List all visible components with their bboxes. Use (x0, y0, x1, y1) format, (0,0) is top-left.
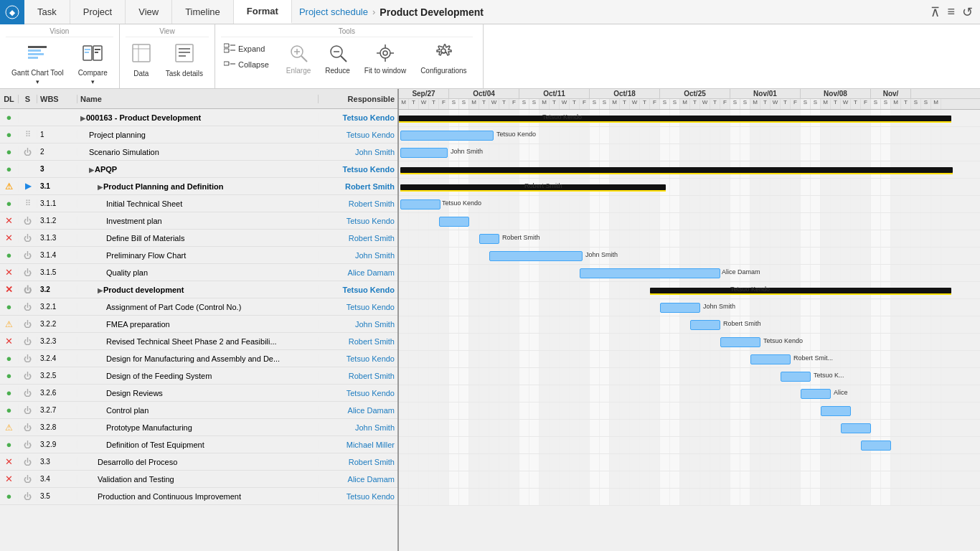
table-row[interactable]: ● ⏻ 3.1.4 Preliminary Flow Chart John Sm… (0, 247, 397, 264)
chart-day-cell: S (600, 99, 610, 109)
table-row[interactable]: ✕ ⏻ 3.1.2 Investment plan Tetsuo Kendo (0, 212, 397, 230)
tab-format[interactable]: Format (234, 0, 292, 24)
table-row[interactable]: ● ▶000163 - Product Development Tetsuo K… (0, 109, 397, 126)
cell-s: ⏻ (19, 148, 37, 156)
chart-grid-row (399, 196, 980, 213)
breadcrumb-current: Product Development (380, 6, 484, 18)
chart-grid-row (399, 471, 980, 489)
svg-rect-23 (224, 62, 229, 65)
compare-button[interactable]: Compare▾ (72, 40, 113, 89)
table-row[interactable]: ⚠ ▶ 3.1 ▶Product Planning and Definition… (0, 178, 397, 195)
table-row[interactable]: ● ⏻ 3.2.7 Control plan Alice Damam (0, 402, 397, 419)
table-row[interactable]: ● ⏻ 3.2.9 Definition of Test Equipment M… (0, 436, 397, 453)
table-row[interactable]: ● 3 ▶APQP Tetsuo Kendo (0, 161, 397, 178)
svg-rect-11 (95, 52, 98, 53)
cell-name[interactable]: Production and Continuous Improvement (77, 492, 319, 501)
expand-button[interactable]: Expand (221, 42, 272, 56)
cell-name[interactable]: FMEA preparation (77, 320, 319, 329)
collapse-button[interactable]: Collapse (221, 57, 272, 72)
table-row[interactable]: ● ⏻ 3.2.6 Design Reviews Tetsuo Kendo (0, 385, 397, 402)
cell-name[interactable]: Quality plan (77, 268, 319, 277)
cell-name[interactable]: Revised Technical Sheet Phase 2 and Feas… (77, 337, 319, 346)
task-details-button[interactable]: Task details (160, 40, 209, 81)
table-row[interactable]: ● ⏻ 3.2.5 Design of the Feeding System R… (0, 367, 397, 385)
cell-dl: ● (0, 370, 19, 381)
cell-name[interactable]: Definition of Test Equipment (77, 441, 319, 449)
cell-resp: Tetsuo Kendo (319, 113, 397, 122)
table-row[interactable]: ✕ ⏻ 3.1.3 Define Bill of Materials Rober… (0, 230, 397, 247)
tab-project[interactable]: Project (70, 0, 126, 24)
cell-name[interactable]: Preliminary Flow Chart (77, 251, 319, 260)
cell-name[interactable]: Control plan (77, 406, 319, 415)
reduce-button[interactable]: Reduce (319, 40, 355, 78)
cell-dl: ⚠ (0, 319, 19, 329)
table-row[interactable]: ✕ ⏻ 3.2 ▶Product development Tetsuo Kend… (0, 281, 397, 298)
tab-timeline[interactable]: Timeline (172, 0, 234, 24)
cell-resp: John Smith (319, 251, 397, 260)
cell-name[interactable]: Define Bill of Materials (77, 234, 319, 242)
cell-s: ⏻ (19, 303, 37, 311)
cell-wbs: 3.3 (37, 458, 77, 466)
cell-name[interactable]: ▶Product Planning and Definition (77, 182, 319, 191)
reduce-label: Reduce (325, 67, 349, 75)
table-row[interactable]: ✕ ⏻ 3.1.5 Quality plan Alice Damam (0, 264, 397, 281)
table-row[interactable]: ✕ ⏻ 3.4 Validation and Testing Alice Dam… (0, 471, 397, 488)
breadcrumb-parent[interactable]: Project schedule (299, 6, 368, 17)
table-row[interactable]: ✕ ⏻ 3.2.3 Revised Technical Sheet Phase … (0, 333, 397, 350)
list-icon[interactable]: ≡ (947, 4, 955, 19)
cell-dl: ● (0, 491, 19, 501)
cell-name[interactable]: ▶APQP (77, 165, 319, 174)
cell-dl: ● (0, 198, 19, 209)
cell-resp: Robert Smith (319, 372, 397, 380)
chart-day-cell: F (439, 99, 449, 109)
chart-grid-row (399, 144, 980, 161)
chart-grid-row (399, 385, 980, 402)
chart-day-cell: S (811, 99, 821, 109)
table-row[interactable]: ● ⠿ 3.1.1 Initial Technical Sheet Robert… (0, 195, 397, 212)
table-row[interactable]: ✕ ⏻ 3.3 Desarrollo del Proceso Robert Sm… (0, 453, 397, 471)
cell-name[interactable]: Scenario Simulation (77, 148, 319, 156)
chart-day-cell: S (459, 99, 469, 109)
table-row[interactable]: ● ⏻ 3.2.1 Assignment of Part Code (Contr… (0, 298, 397, 316)
cell-resp: Robert Smith (319, 234, 397, 242)
chart-month: Nov/01 (730, 89, 801, 98)
table-row[interactable]: ● ⏻ 3.2.4 Design for Manufacturing and A… (0, 350, 397, 367)
chart-grid-row (399, 110, 980, 127)
cell-name[interactable]: ▶Product development (77, 286, 319, 294)
cell-name[interactable]: Assignment of Part Code (Control No.) (77, 303, 319, 311)
gantt-chart[interactable]: Sep/27Oct/04Oct/11Oct/18Oct/25Nov/01Nov/… (399, 89, 980, 551)
enlarge-button[interactable]: Enlarge (281, 40, 316, 78)
cell-name[interactable]: Desarrollo del Proceso (77, 458, 319, 466)
data-button[interactable]: Data (126, 40, 157, 81)
gantt-chart-tool-button[interactable]: Gantt Chart Tool▾ (6, 40, 70, 89)
gantt-chart-tool-label: Gantt Chart Tool▾ (11, 69, 64, 86)
tab-view[interactable]: View (126, 0, 172, 24)
chart-month: Oct/25 (660, 89, 730, 98)
cell-name[interactable]: Investment plan (77, 217, 319, 225)
gantt-table-header: DL S WBS Name Responsible (0, 89, 397, 109)
cell-name[interactable]: ▶000163 - Product Development (77, 113, 319, 122)
fit-to-window-button[interactable]: Fit to window (359, 40, 412, 78)
cell-wbs: 3.1.5 (37, 268, 77, 276)
table-row[interactable]: ● ⠿ 1 Project planning Tetsuo Kendo (0, 126, 397, 143)
cell-name[interactable]: Prototype Manufacturing (77, 423, 319, 432)
table-row[interactable]: ● ⏻ 3.5 Production and Continuous Improv… (0, 488, 397, 505)
table-row[interactable]: ⚠ ⏻ 3.2.2 FMEA preparation John Smith (0, 316, 397, 333)
configurations-button[interactable]: Configurations (415, 40, 472, 78)
cell-name[interactable]: Project planning (77, 131, 319, 139)
expand-collapse-group: Expand Collapse (221, 40, 272, 72)
cell-name[interactable]: Design for Manufacturing and Assembly an… (77, 354, 319, 363)
table-row[interactable]: ● ⏻ 2 Scenario Simulation John Smith (0, 143, 397, 161)
cell-dl: ✕ (0, 284, 19, 295)
cell-name[interactable]: Design of the Feeding System (77, 372, 319, 380)
cell-name[interactable]: Design Reviews (77, 389, 319, 397)
fit-to-window-icon (375, 43, 395, 65)
refresh-icon[interactable]: ↺ (962, 4, 973, 20)
pin-icon[interactable]: ⊼ (930, 4, 940, 20)
table-row[interactable]: ⚠ ⏻ 3.2.8 Prototype Manufacturing John S… (0, 419, 397, 436)
cell-name[interactable]: Initial Technical Sheet (77, 199, 319, 208)
cell-name[interactable]: Validation and Testing (77, 475, 319, 484)
cell-s: ⏻ (19, 372, 37, 380)
tab-task[interactable]: Task (24, 0, 70, 24)
cell-dl: ● (0, 250, 19, 260)
